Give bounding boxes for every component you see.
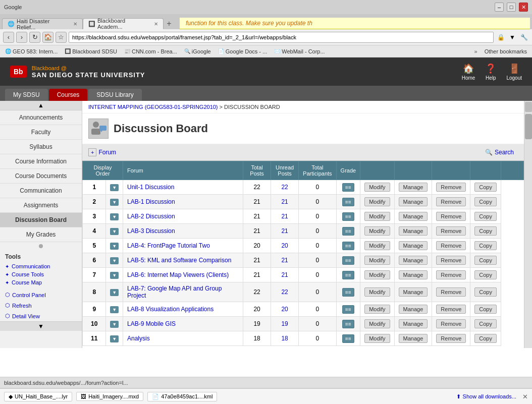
order-dropdown-3[interactable]: ▼ (110, 228, 119, 235)
modify-btn-0[interactable]: Modify (364, 183, 390, 192)
bookmark-cnn[interactable]: 📰 CNN.com - Brea... (122, 48, 179, 55)
bookmark-geo583[interactable]: 🌐 GEO 583: Intern... (3, 48, 60, 55)
right-scrollbar[interactable] (524, 101, 532, 348)
tool-course-map[interactable]: ✦ Course Map (5, 278, 77, 286)
modify-btn-1[interactable]: Modify (364, 197, 390, 206)
order-dropdown-6[interactable]: ▼ (110, 272, 119, 279)
control-panel-link[interactable]: ⬡ Control Panel (0, 290, 82, 300)
order-arrow-0[interactable]: ▼ (106, 180, 123, 195)
grade-settings-btn-0[interactable]: ≡≡ (342, 183, 354, 192)
copy-btn-3[interactable]: Copy (474, 226, 497, 236)
sidebar-item-my-grades[interactable]: My Grades (0, 227, 82, 242)
copy-btn-5[interactable]: Copy (474, 256, 497, 265)
copy-btn-6[interactable]: Copy (474, 270, 497, 279)
copy-btn-0[interactable]: Copy (474, 183, 497, 192)
manage-btn-10[interactable]: Manage (399, 334, 428, 343)
unread-link-10[interactable]: 18 (281, 335, 288, 342)
detail-view-link[interactable]: ⬡ Detail View (0, 311, 82, 321)
sidebar-item-syllabus[interactable]: Syllabus (0, 140, 82, 154)
manage-btn-3[interactable]: Manage (399, 226, 428, 236)
downloads-close-button[interactable]: ✕ (522, 393, 528, 400)
sidebar-scroll-down[interactable]: ▼ (0, 321, 82, 331)
unread-link-9[interactable]: 19 (281, 320, 288, 327)
forum-link-9[interactable]: LAB-9 Mobile GIS (127, 320, 176, 327)
order-dropdown-2[interactable]: ▼ (110, 213, 119, 220)
forum-link-1[interactable]: LAB-1 Discussion (127, 198, 175, 205)
grade-settings-btn-5[interactable]: ≡≡ (342, 256, 354, 265)
tab-haiti[interactable]: 🌐 Haiti Disaster Relief... ✕ (2, 18, 83, 29)
manage-btn-2[interactable]: Manage (399, 212, 428, 221)
show-all-downloads[interactable]: ⬆ Show all downloads... (456, 393, 516, 400)
forum-link-5[interactable]: LAB-5: KML and Software Comparison (127, 257, 231, 264)
copy-btn-4[interactable]: Copy (474, 241, 497, 250)
copy-btn-10[interactable]: Copy (474, 334, 497, 343)
unread-link-1[interactable]: 21 (281, 198, 288, 205)
modify-btn-6[interactable]: Modify (364, 270, 390, 279)
home-button[interactable]: 🏠 (42, 32, 54, 43)
search-button[interactable]: 🔍 Search (481, 147, 518, 157)
copy-btn-7[interactable]: Copy (474, 287, 497, 297)
tab-sdsu-library[interactable]: SDSU Library (88, 89, 141, 101)
copy-btn-1[interactable]: Copy (474, 197, 497, 206)
grade-settings-btn-2[interactable]: ≡≡ (342, 212, 354, 221)
remove-btn-8[interactable]: Remove (436, 305, 466, 314)
bookmark-bb-sdsu[interactable]: 🔲 Blackboard SDSU (63, 48, 119, 55)
grade-settings-btn-1[interactable]: ≡≡ (342, 198, 354, 206)
bb-help-nav[interactable]: ❓ Help (485, 63, 496, 81)
forum-link-4[interactable]: LAB-4: FrontPage Tutorial Two (127, 242, 210, 249)
sidebar-item-announcements[interactable]: Announcements (0, 110, 82, 125)
grade-settings-btn-9[interactable]: ≡≡ (342, 320, 354, 328)
copy-btn-2[interactable]: Copy (474, 212, 497, 221)
forum-link-0[interactable]: Unit-1 Discussion (127, 184, 174, 191)
sidebar-item-faculty[interactable]: Faculty (0, 125, 82, 140)
manage-btn-7[interactable]: Manage (399, 287, 428, 297)
manage-btn-8[interactable]: Manage (399, 305, 428, 314)
order-dropdown-4[interactable]: ▼ (110, 243, 119, 250)
tab-courses[interactable]: Courses (49, 89, 88, 101)
order-arrow-8[interactable]: ▼ (106, 302, 123, 317)
download-item-2[interactable]: 📄 47a0e8459ac1....kml (147, 392, 217, 401)
remove-btn-0[interactable]: Remove (436, 183, 466, 192)
maximize-button[interactable]: □ (507, 3, 516, 12)
manage-btn-9[interactable]: Manage (399, 319, 428, 328)
order-dropdown-7[interactable]: ▼ (110, 289, 119, 296)
bb-home-nav[interactable]: 🏠 Home (462, 63, 475, 81)
bookmark-other[interactable]: Other bookmarks (483, 48, 529, 55)
sidebar-item-course-info[interactable]: Course Information (0, 154, 82, 169)
modify-btn-10[interactable]: Modify (364, 334, 390, 343)
grade-settings-btn-10[interactable]: ≡≡ (342, 334, 354, 343)
order-dropdown-8[interactable]: ▼ (110, 306, 119, 313)
modify-btn-4[interactable]: Modify (364, 241, 390, 250)
modify-btn-2[interactable]: Modify (364, 212, 390, 221)
manage-btn-0[interactable]: Manage (399, 183, 428, 192)
order-dropdown-10[interactable]: ▼ (110, 335, 119, 342)
remove-btn-5[interactable]: Remove (436, 256, 466, 265)
download-item-1[interactable]: 🖼 Haiti_Imagery....mxd (76, 392, 143, 401)
tab-mysdsu[interactable]: My SDSU (5, 89, 48, 101)
manage-btn-4[interactable]: Manage (399, 241, 428, 250)
modify-btn-7[interactable]: Modify (364, 287, 390, 297)
order-arrow-9[interactable]: ▼ (106, 317, 123, 331)
tab-bb-close[interactable]: ✕ (154, 21, 158, 27)
grade-settings-btn-6[interactable]: ≡≡ (342, 271, 354, 279)
order-arrow-2[interactable]: ▼ (106, 209, 123, 224)
forum-link-2[interactable]: LAB-2 Discussion (127, 213, 175, 220)
sidebar-item-course-docs[interactable]: Course Documents (0, 169, 82, 184)
star-button[interactable]: ☆ (56, 32, 67, 43)
unread-link-4[interactable]: 20 (281, 242, 288, 249)
order-dropdown-1[interactable]: ▼ (110, 199, 119, 206)
remove-btn-10[interactable]: Remove (436, 334, 466, 343)
bb-logout-nav[interactable]: 🚪 Logout (506, 63, 522, 81)
wrench-icon[interactable]: 🔧 (519, 32, 529, 42)
modify-btn-3[interactable]: Modify (364, 226, 390, 236)
refresh-button[interactable]: ↻ (29, 32, 40, 43)
remove-btn-1[interactable]: Remove (436, 197, 466, 206)
order-dropdown-0[interactable]: ▼ (110, 184, 119, 191)
order-arrow-1[interactable]: ▼ (106, 195, 123, 209)
modify-btn-8[interactable]: Modify (364, 305, 390, 314)
forum-link-3[interactable]: LAB-3 Discussion (127, 227, 175, 235)
order-arrow-5[interactable]: ▼ (106, 253, 123, 268)
forum-link-8[interactable]: LAB-8 Visualization Applications (127, 306, 214, 313)
sidebar-item-discussion-board[interactable]: Discussion Board (0, 213, 82, 227)
unread-link-7[interactable]: 22 (281, 288, 288, 296)
